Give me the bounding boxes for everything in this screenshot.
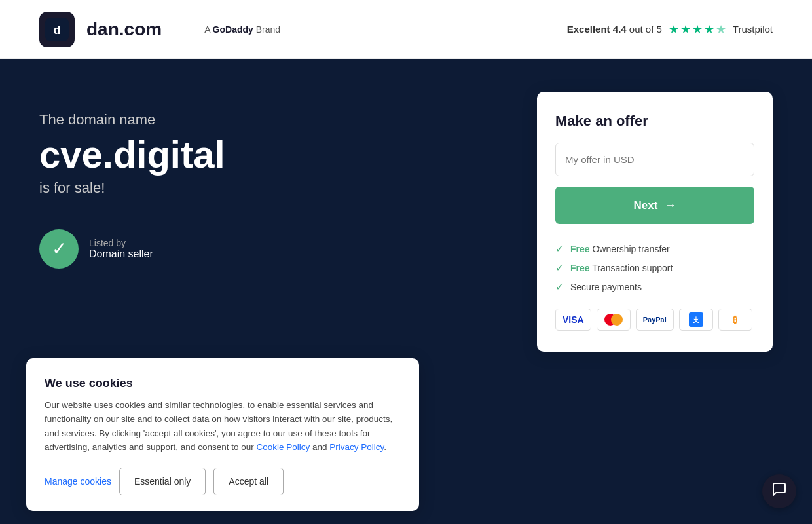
benefits-list: ✓ Free Ownership transfer ✓ Free Transac… xyxy=(555,242,754,293)
listed-by: Listed by xyxy=(89,238,153,248)
svg-text:d: d xyxy=(54,23,61,36)
dan-logo-icon: d xyxy=(39,12,75,47)
next-button[interactable]: Next → xyxy=(555,187,754,224)
cookie-banner: We use cookies Our website uses cookies … xyxy=(26,358,419,511)
payment-alipay: 支 xyxy=(679,309,713,331)
check-icon-transaction: ✓ xyxy=(555,261,564,274)
cookie-text: Our website uses cookies and similar tec… xyxy=(45,398,401,455)
benefit-transaction: ✓ Free Transaction support xyxy=(555,261,754,274)
payment-mastercard xyxy=(597,309,631,331)
offer-panel: Make an offer Next → ✓ Free Ownership tr… xyxy=(537,92,773,352)
left-side: The domain name cve.digital is for sale!… xyxy=(39,98,511,269)
svg-text:支: 支 xyxy=(692,316,700,324)
payment-methods: VISA PayPal 支 ₿ xyxy=(555,309,754,331)
offer-input[interactable] xyxy=(555,143,754,176)
cookie-buttons: Manage cookies Essential only Accept all xyxy=(45,468,401,495)
accept-all-button[interactable]: Accept all xyxy=(213,468,284,495)
main-content: The domain name cve.digital is for sale!… xyxy=(0,59,812,524)
seller-avatar: ✓ xyxy=(39,229,79,269)
manage-cookies-button[interactable]: Manage cookies xyxy=(45,476,111,487)
benefit-ownership: ✓ Free Ownership transfer xyxy=(555,242,754,255)
trustpilot-label: Trustpilot xyxy=(733,24,773,35)
seller-text: Listed by Domain seller xyxy=(89,238,153,260)
essential-only-button[interactable]: Essential only xyxy=(119,468,206,495)
offer-title: Make an offer xyxy=(555,113,754,130)
cookie-title: We use cookies xyxy=(45,377,401,390)
domain-name: cve.digital xyxy=(39,134,511,176)
check-icon-ownership: ✓ xyxy=(555,242,564,255)
chat-icon xyxy=(771,481,787,501)
header: d dan.com A GoDaddy Brand Excellent 4.4 … xyxy=(0,0,812,59)
godaddy-brand: A GoDaddy Brand xyxy=(204,24,280,35)
check-icon-secure: ✓ xyxy=(555,280,564,293)
logo-area: d dan.com A GoDaddy Brand xyxy=(39,12,280,47)
arrow-right-icon: → xyxy=(664,198,676,212)
seller-name: Domain seller xyxy=(89,248,153,260)
chat-button[interactable] xyxy=(762,474,796,508)
payment-visa: VISA xyxy=(555,309,591,331)
logo-text: dan.com xyxy=(86,19,162,40)
trustpilot-rating: Excellent 4.4 out of 5 xyxy=(567,24,662,35)
trustpilot-stars: ★ ★ ★ ★ ★ xyxy=(669,22,726,37)
for-sale-text: is for sale! xyxy=(39,179,511,196)
privacy-policy-link[interactable]: Privacy Policy xyxy=(329,442,384,452)
trustpilot-area: Excellent 4.4 out of 5 ★ ★ ★ ★ ★ Trustpi… xyxy=(567,22,773,37)
payment-paypal: PayPal xyxy=(636,309,674,331)
logo-divider xyxy=(183,18,183,41)
check-icon: ✓ xyxy=(52,238,67,259)
payment-bitcoin: ₿ xyxy=(718,309,752,331)
domain-label: The domain name xyxy=(39,111,511,128)
cookie-policy-link[interactable]: Cookie Policy xyxy=(256,442,310,452)
benefit-secure: ✓ Secure payments xyxy=(555,280,754,293)
seller-info: ✓ Listed by Domain seller xyxy=(39,229,511,269)
